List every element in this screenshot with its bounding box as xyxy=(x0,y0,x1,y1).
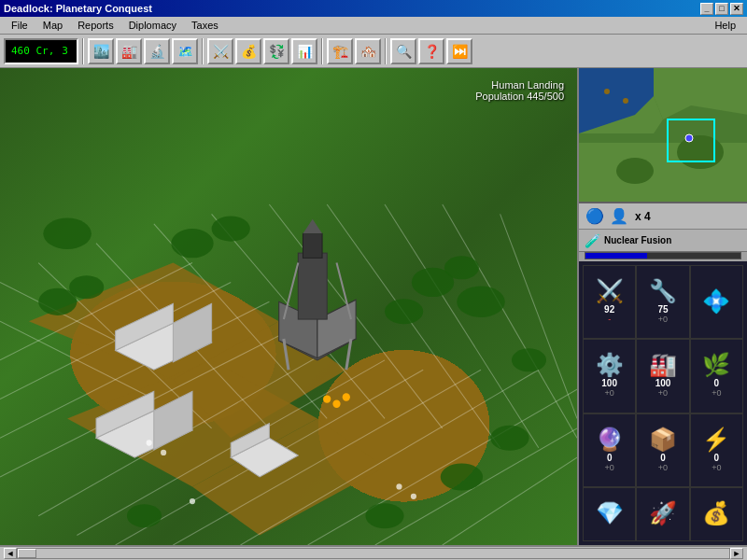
resource-value-8: 0 xyxy=(714,453,720,463)
svg-line-14 xyxy=(375,428,577,545)
resource-icon-4: 🏭 xyxy=(649,354,677,376)
svg-marker-3 xyxy=(192,418,385,535)
svg-line-11 xyxy=(173,370,481,545)
svg-marker-29 xyxy=(317,300,356,358)
svg-point-65 xyxy=(411,494,416,499)
resource-cell-11[interactable]: 💰 xyxy=(690,487,743,541)
svg-line-19 xyxy=(96,244,269,428)
resource-value-7: 0 xyxy=(660,453,666,463)
resource-icon-8: ⚡ xyxy=(702,428,730,451)
svg-line-20 xyxy=(154,224,327,419)
svg-line-15 xyxy=(443,457,577,545)
toolbar-btn-help2[interactable]: ❓ xyxy=(418,38,444,64)
unit-count: x 4 xyxy=(635,210,651,223)
menu-reports[interactable]: Reports xyxy=(70,18,121,33)
svg-line-24 xyxy=(385,204,539,448)
svg-point-73 xyxy=(616,158,654,184)
resource-cell-0[interactable]: ⚔️ 92 - xyxy=(583,265,636,339)
svg-line-23 xyxy=(327,204,500,448)
svg-point-77 xyxy=(623,98,628,104)
resource-cell-8[interactable]: ⚡ 0 +0 xyxy=(690,413,743,487)
svg-point-76 xyxy=(604,89,610,94)
scrollbar-thumb[interactable] xyxy=(18,549,36,558)
horizontal-scrollbar[interactable] xyxy=(17,548,730,559)
population-info: Population 445/500 xyxy=(475,91,564,102)
svg-line-13 xyxy=(308,389,577,545)
turn-value: 3 xyxy=(62,45,68,57)
toolbar-btn-zoom[interactable]: 🔍 xyxy=(390,38,416,64)
svg-point-66 xyxy=(190,498,195,504)
resource-cell-10[interactable]: 🚀 xyxy=(636,487,689,541)
toolbar-btn-research[interactable]: 🔬 xyxy=(144,38,170,64)
resource-cell-3[interactable]: ⚙️ 100 +0 xyxy=(583,339,636,413)
svg-point-50 xyxy=(171,229,213,258)
svg-line-36 xyxy=(337,263,351,319)
svg-point-53 xyxy=(444,256,479,279)
toolbar-btn-trade[interactable]: 💱 xyxy=(263,38,289,64)
resource-value-3: 100 xyxy=(601,378,617,388)
resource-delta-5: +0 xyxy=(712,388,721,398)
scroll-right-button[interactable]: ► xyxy=(730,548,743,559)
status-bar: ◄ ► xyxy=(0,545,747,560)
svg-line-18 xyxy=(38,263,211,428)
menu-taxes[interactable]: Taxes xyxy=(184,18,226,33)
menu-diplomacy[interactable]: Diplomacy xyxy=(121,18,184,33)
menu-map[interactable]: Map xyxy=(35,18,70,33)
main-content: Human Landing Population 445/500 xyxy=(0,68,747,545)
close-button[interactable]: ✕ xyxy=(730,3,743,15)
svg-point-56 xyxy=(43,218,92,249)
game-map[interactable]: Human Landing Population 445/500 xyxy=(0,68,577,545)
minimize-button[interactable]: _ xyxy=(700,3,713,15)
resource-cell-6[interactable]: 🔮 0 +0 xyxy=(583,413,636,487)
toolbar-btn-units[interactable]: ⚔️ xyxy=(207,38,233,64)
svg-line-35 xyxy=(284,263,298,319)
svg-marker-37 xyxy=(116,323,212,370)
menu-file[interactable]: File xyxy=(4,18,35,33)
resource-cell-1[interactable]: 🔧 75 +0 xyxy=(636,265,689,339)
scroll-left-button[interactable]: ◄ xyxy=(4,548,17,559)
svg-line-7 xyxy=(0,321,308,477)
resource-icon-1: 🔧 xyxy=(649,280,677,302)
menu-help[interactable]: Help xyxy=(707,18,743,33)
resource-cell-5[interactable]: 🌿 0 +0 xyxy=(690,339,743,413)
resource-cell-7[interactable]: 📦 0 +0 xyxy=(636,413,689,487)
svg-marker-27 xyxy=(279,319,356,360)
svg-line-26 xyxy=(500,214,577,418)
right-panel: 🔵 👤 x 4 🧪 Nuclear Fusion ⚔️ 92 - 🔧 75 +0 xyxy=(577,68,747,545)
svg-line-34 xyxy=(346,339,351,370)
svg-point-46 xyxy=(332,400,340,408)
svg-marker-42 xyxy=(154,391,192,450)
resource-value-5: 0 xyxy=(714,378,720,388)
svg-rect-30 xyxy=(298,253,327,319)
minimap[interactable] xyxy=(579,68,747,203)
resource-cell-9[interactable]: 💎 xyxy=(583,487,636,541)
svg-marker-0 xyxy=(29,263,279,380)
toolbar-btn-end-turn[interactable]: ⏭️ xyxy=(446,38,472,64)
svg-marker-43 xyxy=(231,438,298,477)
svg-point-48 xyxy=(38,288,77,315)
maximize-button[interactable]: □ xyxy=(715,3,728,15)
svg-marker-41 xyxy=(96,391,154,438)
svg-line-12 xyxy=(241,370,539,545)
toolbar-separator-2 xyxy=(202,38,204,64)
menu-bar: File Map Reports Diplomacy Taxes Help xyxy=(0,17,747,35)
map-canvas xyxy=(0,68,577,545)
toolbar-btn-colony[interactable]: 🏘️ xyxy=(355,38,381,64)
resource-delta-3: +0 xyxy=(605,388,614,398)
toolbar-btn-city[interactable]: 🏙️ xyxy=(88,38,114,64)
resource-cell-2[interactable]: 💠 xyxy=(690,265,743,339)
research-bar xyxy=(585,252,741,259)
toolbar-btn-money[interactable]: 💰 xyxy=(235,38,261,64)
toolbar-btn-stats[interactable]: 📊 xyxy=(291,38,317,64)
resource-value-1: 75 xyxy=(657,304,668,315)
svg-line-6 xyxy=(0,301,269,438)
toolbar-btn-map2[interactable]: 🗺️ xyxy=(172,38,198,64)
window-title: Deadlock: Planetary Conquest xyxy=(4,3,152,14)
svg-point-58 xyxy=(365,503,403,528)
resource-icon-0: ⚔️ xyxy=(596,280,624,302)
toolbar-btn-buildings[interactable]: 🏗️ xyxy=(327,38,353,64)
toolbar-btn-production[interactable]: 🏭 xyxy=(116,38,142,64)
resource-icon-7: 📦 xyxy=(649,428,677,451)
svg-point-47 xyxy=(343,393,350,400)
resource-cell-4[interactable]: 🏭 100 +0 xyxy=(636,339,689,413)
